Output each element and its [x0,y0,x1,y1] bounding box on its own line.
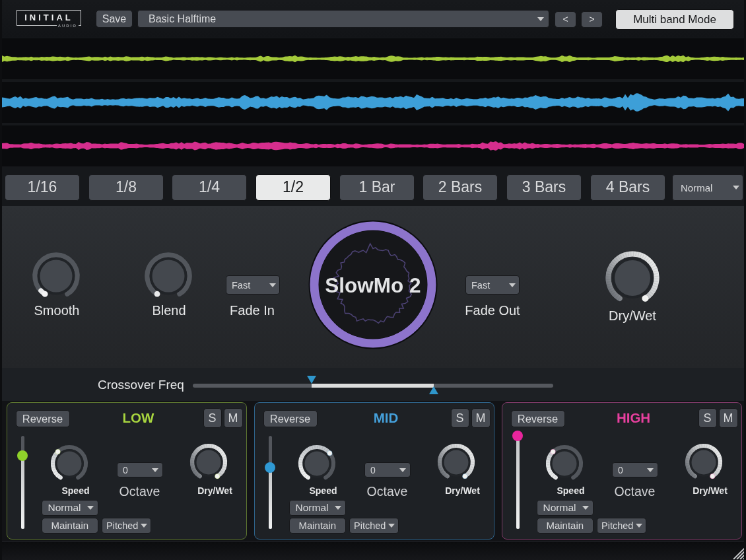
svg-text:SlowMo 2: SlowMo 2 [325,273,421,297]
